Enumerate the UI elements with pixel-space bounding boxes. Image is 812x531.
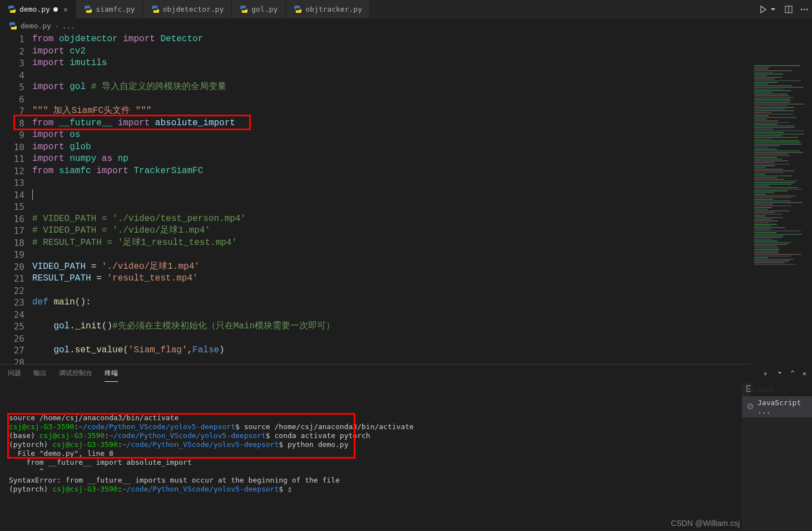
panel-tab-问题[interactable]: 问题 bbox=[8, 365, 21, 382]
panel-actions: ＋ ^ ✕ bbox=[762, 365, 806, 382]
python-icon bbox=[240, 5, 248, 13]
tab-label: objdetector.py bbox=[163, 5, 224, 13]
code-line bbox=[32, 333, 812, 345]
tab-demo-py[interactable]: demo.py× bbox=[0, 0, 76, 18]
code-line: # RESULT_PATH = '足球1_result_test.mp4' bbox=[32, 237, 812, 249]
code-content[interactable]: from objdetector import Detectorimport c… bbox=[32, 32, 812, 364]
tab-gol-py[interactable]: gol.py bbox=[232, 0, 286, 18]
terminal-line: csj@csj-G3-3590:~/code/Python_VScode/yol… bbox=[9, 422, 733, 431]
code-line bbox=[32, 201, 812, 213]
code-line: import imutils bbox=[32, 57, 812, 70]
breadcrumb[interactable]: demo.py › ... bbox=[0, 19, 812, 32]
code-line: from objdetector import Detector bbox=[32, 33, 812, 46]
terminal-line: (pytorch) csj@csj-G3-3590:~/code/Python_… bbox=[9, 440, 733, 449]
terminal-dropdown[interactable] bbox=[776, 370, 783, 378]
code-line bbox=[32, 309, 812, 321]
code-line: RESULT_PATH = 'result_test.mp4' bbox=[32, 273, 812, 285]
tab-label: siamfc.py bbox=[96, 5, 135, 13]
breadcrumb-rest: ... bbox=[62, 22, 75, 30]
terminal-line: SyntaxError: from __future__ imports mus… bbox=[9, 476, 733, 485]
code-line bbox=[32, 285, 812, 297]
close-icon[interactable]: × bbox=[63, 5, 68, 14]
terminal-shell-list: bashJavaScript ... bbox=[742, 382, 812, 530]
code-line: gol.set_value('Siam_flag',False) bbox=[32, 345, 812, 357]
shell-JavaScript-[interactable]: JavaScript ... bbox=[742, 396, 812, 417]
dirty-indicator bbox=[53, 7, 58, 12]
terminal: source /home/csj/anaconda3/bin/activatec… bbox=[0, 382, 812, 530]
terminal-output[interactable]: source /home/csj/anaconda3/bin/activatec… bbox=[0, 382, 742, 530]
code-line: from __future__ import absolute_import bbox=[32, 117, 812, 130]
python-icon bbox=[84, 5, 92, 13]
code-line bbox=[32, 177, 812, 189]
watermark: CSDN @William.csj bbox=[671, 519, 740, 528]
terminal-line: source /home/csj/anaconda3/bin/activate bbox=[9, 414, 733, 422]
terminal-line: from __future__ import absolute_import bbox=[9, 458, 733, 467]
debug-icon bbox=[746, 402, 754, 412]
new-terminal-button[interactable]: ＋ bbox=[762, 369, 769, 378]
tab-objdetector-py[interactable]: objdetector.py bbox=[143, 0, 232, 18]
run-button[interactable] bbox=[759, 5, 768, 14]
terminal-line: ^ bbox=[9, 467, 733, 476]
tab-label: gol.py bbox=[251, 5, 278, 13]
code-line: import glob bbox=[32, 141, 812, 154]
minimap[interactable] bbox=[751, 65, 812, 396]
code-line: from siamfc import TrackerSiamFC bbox=[32, 165, 812, 178]
breadcrumb-file[interactable]: demo.py bbox=[21, 22, 51, 30]
editor-tab-bar: demo.py×siamfc.pyobjdetector.pygol.pyobj… bbox=[0, 0, 812, 19]
python-icon bbox=[9, 22, 17, 30]
code-line: import gol # 导入自定义的跨模块的全局变量 bbox=[32, 81, 812, 94]
breadcrumb-separator: › bbox=[55, 22, 59, 30]
code-line bbox=[32, 70, 812, 82]
code-line: def main(): bbox=[32, 297, 812, 309]
split-editor-button[interactable] bbox=[784, 5, 793, 14]
maximize-panel-button[interactable]: ^ bbox=[791, 370, 795, 377]
code-line: gol._init()#先必须在主模块初始化（只在Main模块需要一次即可） bbox=[32, 321, 812, 333]
panel-tab-bar: 问题输出调试控制台终端 ＋ ^ ✕ bbox=[0, 365, 812, 382]
editor[interactable]: 1234567891011121314151617181920212223242… bbox=[0, 32, 812, 364]
terminal-line: (pytorch) csj@csj-G3-3590:~/code/Python_… bbox=[9, 485, 733, 494]
svg-point-4 bbox=[806, 9, 808, 11]
code-line bbox=[32, 189, 812, 201]
terminal-line: (base) csj@csj-G3-3590:~/code/Python_VSc… bbox=[9, 431, 733, 440]
code-line bbox=[32, 249, 812, 261]
panel-tab-终端[interactable]: 终端 bbox=[105, 365, 118, 382]
tab-objtracker-py[interactable]: objtracker.py bbox=[286, 0, 370, 18]
code-line: # VIDEO_PATH = './video/test_person.mp4' bbox=[32, 213, 812, 225]
line-gutter: 1234567891011121314151617181920212223242… bbox=[0, 32, 32, 364]
code-line: import cv2 bbox=[32, 46, 812, 58]
run-dropdown[interactable] bbox=[769, 5, 778, 14]
code-line: """ 加入SiamFC头文件 """ bbox=[32, 105, 812, 117]
tab-label: demo.py bbox=[19, 5, 50, 13]
svg-point-3 bbox=[804, 9, 805, 11]
code-line: import numpy as np bbox=[32, 153, 812, 165]
python-icon bbox=[151, 5, 160, 13]
more-actions-button[interactable] bbox=[800, 5, 809, 14]
code-line: # VIDEO_PATH = './video/足球1.mp4' bbox=[32, 225, 812, 237]
code-line: VIDEO_PATH = './video/足球1.mp4' bbox=[32, 261, 812, 273]
editor-title-actions bbox=[759, 0, 809, 19]
close-panel-button[interactable]: ✕ bbox=[803, 370, 806, 377]
svg-point-2 bbox=[801, 9, 803, 11]
panel-tab-调试控制台[interactable]: 调试控制台 bbox=[59, 365, 92, 382]
panel-tab-输出[interactable]: 输出 bbox=[33, 365, 47, 382]
code-line bbox=[32, 94, 812, 106]
shell-label: JavaScript ... bbox=[757, 399, 808, 415]
terminal-line: File "demo.py", line 8 bbox=[9, 449, 733, 458]
code-line: import os bbox=[32, 129, 812, 141]
tab-siamfc-py[interactable]: siamfc.py bbox=[76, 0, 143, 18]
tab-label: objtracker.py bbox=[305, 5, 362, 13]
python-icon bbox=[294, 5, 302, 13]
code-line bbox=[32, 357, 812, 365]
python-icon bbox=[8, 5, 16, 13]
